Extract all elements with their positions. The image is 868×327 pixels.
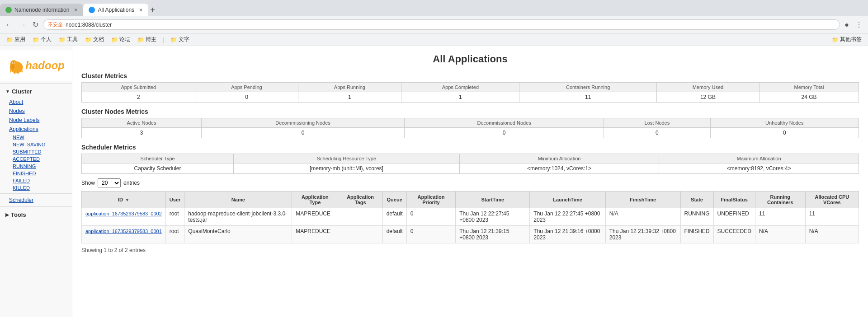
forward-button[interactable]: → bbox=[17, 20, 28, 30]
sidebar-item-node-labels[interactable]: Node Labels bbox=[0, 116, 72, 125]
new-tab-button[interactable]: + bbox=[150, 4, 155, 16]
cm-header-apps-submitted: Apps Submitted bbox=[82, 83, 195, 92]
col-header-starttime: StartTime bbox=[456, 192, 530, 208]
sidebar-item-scheduler[interactable]: Scheduler bbox=[0, 196, 72, 205]
app-link-1[interactable]: application_1673529379583_0002 bbox=[85, 211, 162, 216]
cluster-triangle-icon: ▼ bbox=[5, 89, 10, 94]
cell-priority-1: 0 bbox=[406, 208, 456, 226]
hadoop-elephant-icon bbox=[7, 54, 25, 77]
nav-bar: ← → ↻ 不安全 node1:8088/cluster ● ⋮ bbox=[0, 16, 868, 33]
cell-finishtime-2: Thu Jan 12 21:39:32 +0800 2023 bbox=[605, 226, 680, 243]
menu-button[interactable]: ⋮ bbox=[854, 19, 864, 30]
browser-chrome: Namenode information ✕ All Applications … bbox=[0, 0, 868, 46]
cell-id-1: application_1673529379583_0002 bbox=[82, 208, 166, 226]
sm-val-resource-type: [memory-mb (unit=Mi), vcores] bbox=[234, 164, 460, 174]
cm-header-memory-used: Memory Used bbox=[656, 83, 759, 92]
cell-type-2: MAPREDUCE bbox=[292, 226, 338, 243]
sidebar-item-applications[interactable]: Applications bbox=[0, 125, 72, 134]
bm-personal[interactable]: 📁 个人 bbox=[30, 35, 54, 44]
col-header-app-tags: Application Tags bbox=[338, 192, 382, 208]
col-header-state: State bbox=[680, 192, 713, 208]
sm-val-min-alloc: <memory:1024, vCores:1> bbox=[459, 164, 659, 174]
bm-folder-icon3: 📁 bbox=[59, 37, 66, 43]
sidebar-sub-failed[interactable]: FAILED bbox=[0, 177, 72, 184]
svg-point-2 bbox=[11, 64, 14, 70]
sidebar-separator-top bbox=[0, 83, 72, 84]
sidebar-sub-accepted[interactable]: ACCEPTED bbox=[0, 155, 72, 163]
cell-finalstatus-2: SUCCEEDED bbox=[713, 226, 755, 243]
entries-select[interactable]: 10 20 50 100 bbox=[98, 178, 121, 187]
svg-point-4 bbox=[13, 62, 14, 63]
sidebar-sub-running[interactable]: RUNNING bbox=[0, 163, 72, 170]
tab-favicon-namenode bbox=[5, 7, 12, 13]
cnm-val-active: 3 bbox=[82, 128, 202, 138]
hadoop-text: hadoop bbox=[25, 59, 65, 72]
bm-other[interactable]: 📁 其他书签 bbox=[829, 35, 864, 44]
cm-header-memory-total: Memory Total bbox=[759, 83, 859, 92]
bm-forum[interactable]: 📁 论坛 bbox=[108, 35, 133, 44]
bm-folder-icon: 📁 bbox=[6, 37, 13, 43]
app-link-2[interactable]: application_1673529379583_0001 bbox=[85, 229, 162, 234]
bm-docs[interactable]: 📁 文档 bbox=[82, 35, 107, 44]
cnm-val-lost: 0 bbox=[604, 128, 710, 138]
cell-vcores-2: N/A bbox=[805, 226, 859, 243]
cell-finishtime-1: N/A bbox=[605, 208, 680, 226]
sidebar-cluster-header[interactable]: ▼ Cluster bbox=[0, 85, 72, 98]
col-header-app-type: Application Type bbox=[292, 192, 338, 208]
back-button[interactable]: ← bbox=[4, 20, 14, 30]
tab-namenode[interactable]: Namenode information ✕ bbox=[0, 4, 83, 16]
col-header-finalstatus: FinalStatus bbox=[713, 192, 755, 208]
bm-text[interactable]: 📁 文字 bbox=[168, 35, 192, 44]
sidebar-sub-new[interactable]: NEW bbox=[0, 134, 72, 141]
bookmarks-bar: 📁 应用 📁 个人 📁 工具 📁 文档 📁 论坛 📁 博主 | 📁 文字 bbox=[0, 33, 868, 46]
tab-bar: Namenode information ✕ All Applications … bbox=[0, 0, 868, 16]
bm-separator: | bbox=[163, 37, 164, 43]
tab-close-allapps[interactable]: ✕ bbox=[139, 7, 143, 13]
cell-tags-1 bbox=[338, 208, 382, 226]
sidebar-sub-killed[interactable]: KILLED bbox=[0, 184, 72, 192]
bm-folder-icon8: 📁 bbox=[832, 37, 839, 43]
bm-tools[interactable]: 📁 工具 bbox=[56, 35, 80, 44]
cell-queue-2: default bbox=[382, 226, 406, 243]
showing-label: Showing 1 to 2 of 2 entries bbox=[81, 247, 146, 253]
extensions-button[interactable]: ● bbox=[843, 20, 851, 30]
cm-val-memory-used: 12 GB bbox=[656, 92, 759, 103]
sidebar-tools-label: Tools bbox=[11, 211, 26, 218]
tab-all-applications[interactable]: All Applications ✕ bbox=[83, 4, 148, 16]
address-text: node1:8088/cluster bbox=[66, 22, 112, 28]
bm-blogger[interactable]: 📁 博主 bbox=[135, 35, 159, 44]
sidebar-sub-submitted[interactable]: SUBMITTED bbox=[0, 148, 72, 155]
sidebar-item-nodes[interactable]: Nodes bbox=[0, 107, 72, 116]
col-header-queue: Queue bbox=[382, 192, 406, 208]
sidebar: hadoop ▼ Cluster About Nodes Node Labels… bbox=[0, 46, 72, 317]
cell-starttime-1: Thu Jan 12 22:27:45 +0800 2023 bbox=[456, 208, 530, 226]
bm-folder-icon6: 📁 bbox=[137, 37, 144, 43]
sidebar-tools-header[interactable]: ▶ Tools bbox=[0, 209, 72, 221]
cell-finalstatus-1: UNDEFINED bbox=[713, 208, 755, 226]
address-bar[interactable]: 不安全 node1:8088/cluster bbox=[43, 19, 840, 30]
sidebar-sub-new-saving[interactable]: NEW_SAVING bbox=[0, 141, 72, 148]
cluster-metrics-table: Apps Submitted Apps Pending Apps Running… bbox=[81, 82, 859, 103]
cell-user-2: root bbox=[165, 226, 184, 243]
cm-header-apps-pending: Apps Pending bbox=[195, 83, 298, 92]
sidebar-sub-finished[interactable]: FINISHED bbox=[0, 170, 72, 177]
sidebar-item-about[interactable]: About bbox=[0, 98, 72, 107]
col-header-id[interactable]: ID ▼ bbox=[82, 192, 166, 208]
cell-type-1: MAPREDUCE bbox=[292, 208, 338, 226]
cm-val-apps-submitted: 2 bbox=[82, 92, 195, 103]
cnm-val-decommissioning: 0 bbox=[201, 128, 404, 138]
cell-queue-1: default bbox=[382, 208, 406, 226]
cell-launchtime-1: Thu Jan 12 22:27:45 +0800 2023 bbox=[530, 208, 605, 226]
cm-val-apps-pending: 0 bbox=[195, 92, 298, 103]
bm-apps[interactable]: 📁 应用 bbox=[4, 35, 28, 44]
cm-val-memory-total: 24 GB bbox=[759, 92, 859, 103]
reload-button[interactable]: ↻ bbox=[31, 19, 40, 30]
cell-tags-2 bbox=[338, 226, 382, 243]
cell-running-containers-1: 11 bbox=[755, 208, 805, 226]
cm-header-apps-completed: Apps Completed bbox=[401, 83, 519, 92]
cnm-val-decommissioned: 0 bbox=[405, 128, 604, 138]
scheduler-metrics-title: Scheduler Metrics bbox=[81, 144, 859, 151]
tab-label-allapps: All Applications bbox=[98, 7, 134, 13]
tab-close-namenode[interactable]: ✕ bbox=[74, 7, 78, 13]
entries-label: entries bbox=[123, 180, 140, 186]
